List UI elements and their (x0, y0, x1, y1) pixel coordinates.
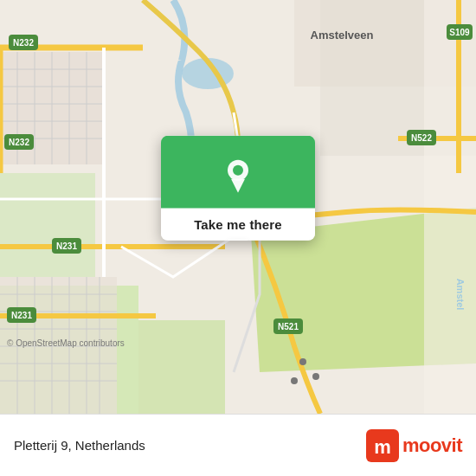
svg-rect-32 (424, 0, 476, 414)
take-me-there-button[interactable]: Take me there (161, 209, 315, 241)
popup-card: Take me there (161, 136, 315, 241)
map-attribution: © OpenStreetMap contributors (7, 338, 125, 348)
svg-rect-4 (138, 320, 225, 414)
moovit-logo: m moovit (366, 429, 462, 462)
svg-text:N522: N522 (411, 133, 432, 143)
location-pin-icon (219, 155, 257, 193)
svg-text:N232: N232 (13, 38, 34, 48)
svg-point-51 (312, 373, 319, 380)
svg-text:N231: N231 (11, 311, 32, 320)
svg-text:N521: N521 (278, 322, 299, 331)
map-area: N232 N232 N231 N231 N521 N521 N522 S109 (0, 0, 476, 414)
svg-text:N231: N231 (56, 241, 77, 251)
app-container: N232 N232 N231 N231 N521 N521 N522 S109 (0, 0, 476, 476)
svg-text:Amstel: Amstel (455, 279, 466, 311)
svg-text:m: m (374, 436, 391, 458)
svg-rect-2 (0, 173, 95, 277)
svg-point-52 (291, 377, 298, 384)
moovit-m-icon: m (366, 429, 399, 462)
svg-point-55 (233, 165, 243, 176)
svg-text:N232: N232 (9, 138, 29, 147)
svg-text:Amstelveen: Amstelveen (311, 29, 374, 42)
svg-text:S109: S109 (449, 28, 470, 37)
moovit-text: moovit (402, 434, 462, 457)
popup-card-green-area (161, 136, 315, 209)
popup-tail (228, 240, 248, 241)
svg-point-50 (299, 358, 306, 365)
location-label: Pletterij 9, Netherlands (14, 438, 145, 453)
svg-marker-56 (231, 179, 245, 193)
bottom-bar: Pletterij 9, Netherlands m moovit (0, 414, 476, 476)
